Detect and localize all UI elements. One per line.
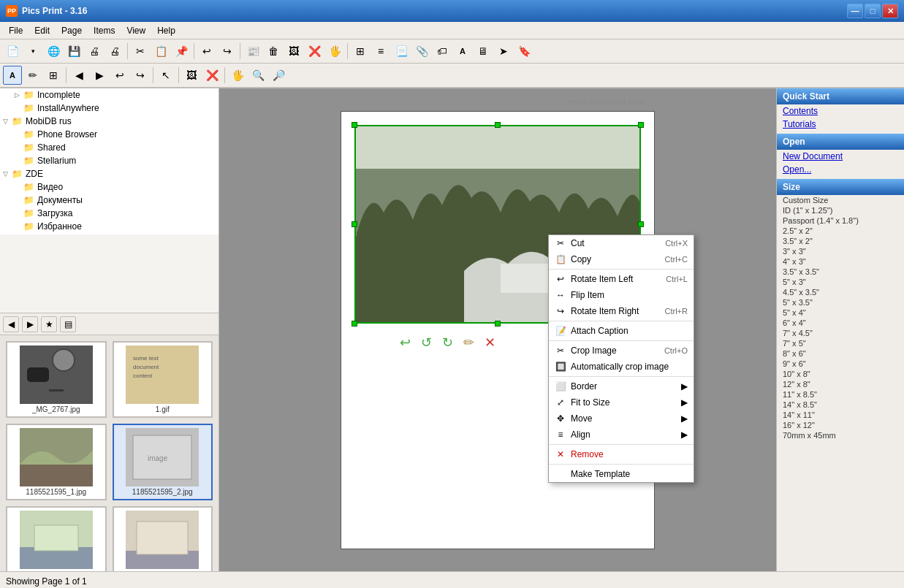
text-tool-button[interactable]: A bbox=[3, 66, 22, 85]
size-2-5x2[interactable]: 2.5" x 2" bbox=[777, 226, 904, 236]
new-document-link[interactable]: New Document bbox=[777, 150, 904, 163]
hand-tool-button[interactable]: 🖐 bbox=[325, 42, 344, 61]
rotate-left-icon[interactable]: ↩ bbox=[400, 335, 411, 351]
size-70mmx45mm[interactable]: 70mm x 45mm bbox=[777, 430, 904, 440]
ctx-border[interactable]: ⬜ Border ▶ bbox=[549, 378, 694, 394]
menu-help[interactable]: Help bbox=[151, 24, 181, 37]
size-5x4[interactable]: 5" x 4" bbox=[777, 308, 904, 318]
thumb-forward-button[interactable]: ▶ bbox=[22, 316, 38, 332]
ctx-crop[interactable]: ✂ Crop Image Ctrl+O bbox=[549, 343, 694, 359]
handle-ml[interactable] bbox=[352, 221, 357, 227]
size-3-5x2[interactable]: 3.5" x 2" bbox=[777, 236, 904, 246]
tree-scroll[interactable]: ▷ 📁 Incomplete 📁 InstallAnywhere ▽ 📁 Mob… bbox=[0, 88, 219, 234]
nav-forward-button[interactable]: ▶ bbox=[90, 66, 109, 85]
handle-tr[interactable] bbox=[638, 122, 644, 128]
thumb-menu-button[interactable]: ▤ bbox=[60, 316, 76, 332]
copy-button[interactable]: 📋 bbox=[151, 42, 170, 61]
pencil-button[interactable]: ✏ bbox=[23, 66, 42, 85]
size-4-5x3-5[interactable]: 4.5" x 3.5" bbox=[777, 287, 904, 297]
redo2-button[interactable]: ↪ bbox=[131, 66, 150, 85]
tree-item-incomplete[interactable]: ▷ 📁 Incomplete bbox=[0, 88, 219, 102]
thumb-back-button[interactable]: ◀ bbox=[3, 316, 19, 332]
nav-back-button[interactable]: ◀ bbox=[69, 66, 88, 85]
redo-button[interactable]: ↪ bbox=[218, 42, 237, 61]
size-11x8-5[interactable]: 11" x 8.5" bbox=[777, 389, 904, 400]
ctx-align[interactable]: ≡ Align ▶ bbox=[549, 427, 694, 443]
add-image-button[interactable]: 🖼 bbox=[284, 42, 303, 61]
size-7x4-5[interactable]: 7" x 4.5" bbox=[777, 328, 904, 338]
paste-button[interactable]: 📌 bbox=[172, 42, 191, 61]
view-rows-button[interactable]: ≡ bbox=[371, 42, 390, 61]
undo2-button[interactable]: ↩ bbox=[110, 66, 129, 85]
tree-item-phonebrowser[interactable]: 📁 Phone Browser bbox=[0, 128, 219, 141]
size-8x6[interactable]: 8" x 6" bbox=[777, 348, 904, 359]
delete-page-button[interactable]: 🗑 bbox=[264, 42, 283, 61]
new-dropdown[interactable]: ▾ bbox=[23, 42, 42, 61]
cut-button[interactable]: ✂ bbox=[131, 42, 150, 61]
tree-item-mobidb[interactable]: ▽ 📁 MobiDB rus bbox=[0, 115, 219, 128]
thumbnail-item-2[interactable]: 1185521595_1.jpg bbox=[6, 424, 107, 500]
menu-file[interactable]: File bbox=[3, 24, 29, 37]
thumbnail-item-3[interactable]: image 1185521595_2.jpg bbox=[113, 424, 213, 500]
save-button[interactable]: 💾 bbox=[64, 42, 83, 61]
ctx-attach-caption[interactable]: 📝 Attach Caption bbox=[549, 323, 694, 339]
close-button[interactable]: ✕ bbox=[882, 4, 898, 18]
hand2-button[interactable]: 🖐 bbox=[228, 66, 247, 85]
thumbnail-item-0[interactable]: _MG_2767.jpg bbox=[6, 341, 107, 418]
tree-item-docs[interactable]: 📁 Документы bbox=[0, 194, 219, 207]
handle-tm[interactable] bbox=[495, 122, 501, 128]
delete-icon[interactable]: ✕ bbox=[485, 335, 495, 351]
rotate-cw-icon[interactable]: ↻ bbox=[442, 335, 453, 351]
maximize-button[interactable]: □ bbox=[865, 4, 881, 18]
print-setup-button[interactable]: 🖨 bbox=[85, 42, 104, 61]
thumbnail-item-5[interactable]: house2.jpg bbox=[113, 506, 213, 571]
handle-mr[interactable] bbox=[638, 221, 644, 227]
tree-item-favorites[interactable]: 📁 Избранное bbox=[0, 220, 219, 233]
zoom-in-button[interactable]: 🔍 bbox=[248, 66, 267, 85]
size-5x3[interactable]: 5" x 3" bbox=[777, 277, 904, 287]
thumbnail-item-4[interactable]: house1.jpg bbox=[6, 506, 107, 571]
size-14x11[interactable]: 14" x 11" bbox=[777, 410, 904, 420]
rotate-ccw-icon[interactable]: ↺ bbox=[421, 335, 432, 351]
size-14x8-5[interactable]: 14" x 8.5" bbox=[777, 400, 904, 410]
ctx-flip[interactable]: ↔ Flip Item bbox=[549, 287, 694, 303]
bookmark-button[interactable]: 🔖 bbox=[514, 42, 533, 61]
size-passport[interactable]: Passport (1.4" x 1.8") bbox=[777, 215, 904, 226]
size-12x8[interactable]: 12" x 8" bbox=[777, 379, 904, 389]
ctx-rotate-right[interactable]: ↪ Rotate Item Right Ctrl+R bbox=[549, 303, 694, 319]
canvas-area[interactable]: ↩ ↺ ↻ ✏ ✕ ✂ Cut Ctrl+X 📋 Copy Ctrl+C bbox=[219, 88, 776, 571]
thumb-star-button[interactable]: ★ bbox=[41, 316, 57, 332]
tag-button[interactable]: 🏷 bbox=[433, 42, 452, 61]
handle-bl[interactable] bbox=[352, 321, 357, 327]
ctx-move[interactable]: ✥ Move ▶ bbox=[549, 411, 694, 427]
select-mode-button[interactable]: ↖ bbox=[156, 66, 175, 85]
ctx-cut[interactable]: ✂ Cut Ctrl+X bbox=[549, 235, 694, 251]
ctx-autocrop[interactable]: 🔲 Automatically crop image bbox=[549, 359, 694, 375]
view-grid-button[interactable]: ⊞ bbox=[351, 42, 370, 61]
size-5x3-5[interactable]: 5" x 3.5" bbox=[777, 297, 904, 308]
single-page-button[interactable]: 📃 bbox=[392, 42, 411, 61]
menu-items[interactable]: Items bbox=[88, 24, 121, 37]
handle-tl[interactable] bbox=[352, 122, 357, 128]
image-tool-button[interactable]: 🖼 bbox=[182, 66, 201, 85]
size-id[interactable]: ID (1" x 1.25") bbox=[777, 205, 904, 215]
thumbnail-item-1[interactable]: some text document content 1.gif bbox=[113, 341, 213, 418]
new-page-button[interactable]: 📰 bbox=[243, 42, 262, 61]
menu-view[interactable]: View bbox=[121, 24, 151, 37]
ctx-copy[interactable]: 📋 Copy Ctrl+C bbox=[549, 251, 694, 267]
size-9x6[interactable]: 9" x 6" bbox=[777, 359, 904, 369]
size-4x3[interactable]: 4" x 3" bbox=[777, 256, 904, 267]
size-7x5[interactable]: 7" x 5" bbox=[777, 338, 904, 348]
monitor-button[interactable]: 🖥 bbox=[474, 42, 493, 61]
size-10x8[interactable]: 10" x 8" bbox=[777, 369, 904, 379]
browse-button[interactable]: 🌐 bbox=[44, 42, 63, 61]
size-6x4[interactable]: 6" x 4" bbox=[777, 318, 904, 328]
minimize-button[interactable]: — bbox=[847, 4, 863, 18]
tree-item-download[interactable]: 📁 Загрузка bbox=[0, 207, 219, 220]
send-button[interactable]: ➤ bbox=[494, 42, 513, 61]
remove-button[interactable]: ❌ bbox=[305, 42, 324, 61]
grid-button[interactable]: ⊞ bbox=[44, 66, 63, 85]
tree-item-video[interactable]: 📁 Видео bbox=[0, 180, 219, 194]
edit-icon[interactable]: ✏ bbox=[463, 335, 474, 351]
delete-item-button[interactable]: ❌ bbox=[202, 66, 221, 85]
